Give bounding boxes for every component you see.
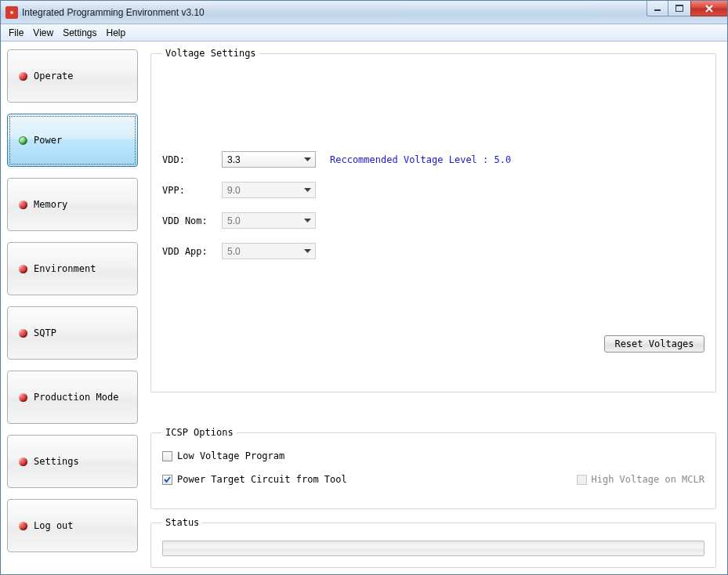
main-panel: Voltage Settings VDD: 3.3 Reccommended V… xyxy=(144,42,727,574)
bullet-red-icon xyxy=(19,457,27,466)
menubar: File View Settings Help xyxy=(1,24,727,42)
voltage-settings-legend: Voltage Settings xyxy=(162,48,259,59)
sidebar: Operate Power Memory Environment SQTP Pr… xyxy=(1,42,144,574)
bullet-red-icon xyxy=(19,201,27,209)
sidebar-item-environment[interactable]: Environment xyxy=(7,242,138,295)
sidebar-item-production-mode[interactable]: Production Mode xyxy=(7,371,138,424)
reset-voltages-button[interactable]: Reset Voltages xyxy=(604,335,704,353)
low-voltage-program-label: Low Voltage Program xyxy=(177,450,284,461)
icsp-options-legend: ICSP Options xyxy=(162,427,237,438)
sidebar-item-label: Operate xyxy=(34,71,74,81)
svg-rect-0 xyxy=(654,9,661,11)
sidebar-item-label: Environment xyxy=(34,263,96,274)
chevron-down-icon xyxy=(302,153,313,166)
sidebar-item-operate[interactable]: Operate xyxy=(7,49,138,103)
bullet-red-icon xyxy=(19,329,27,338)
high-voltage-mclr-checkbox xyxy=(577,475,587,485)
sidebar-item-memory[interactable]: Memory xyxy=(7,178,138,231)
menu-settings[interactable]: Settings xyxy=(58,26,101,40)
chevron-down-icon xyxy=(302,244,313,258)
svg-rect-2 xyxy=(675,5,683,6)
status-legend: Status xyxy=(162,517,202,528)
high-voltage-mclr-label: High Voltage on MCLR xyxy=(592,474,705,485)
vpp-value: 9.0 xyxy=(227,185,241,196)
window-buttons xyxy=(647,1,727,16)
sidebar-item-label: Power xyxy=(34,135,62,146)
icsp-options-group: ICSP Options Low Voltage Program Power T… xyxy=(150,427,716,509)
bullet-red-icon xyxy=(19,72,27,81)
vdd-app-select[interactable]: 5.0 xyxy=(222,243,316,259)
vpp-select[interactable]: 9.0 xyxy=(222,182,316,198)
close-button[interactable] xyxy=(690,1,728,16)
vdd-nom-label: VDD Nom: xyxy=(162,215,222,226)
power-target-circuit-label: Power Target Circuit from Tool xyxy=(177,474,347,485)
titlebar: ✶ Integrated Programming Environment v3.… xyxy=(1,1,727,24)
sidebar-item-label: Settings xyxy=(34,456,79,467)
sidebar-item-label: SQTP xyxy=(34,327,56,338)
vdd-select[interactable]: 3.3 xyxy=(222,151,316,168)
low-voltage-program-checkbox[interactable] xyxy=(162,451,172,461)
minimize-button[interactable] xyxy=(647,1,668,16)
chevron-down-icon xyxy=(302,183,313,197)
vpp-label: VPP: xyxy=(162,185,222,196)
bullet-red-icon xyxy=(19,522,27,530)
sidebar-item-label: Log out xyxy=(34,520,74,531)
sidebar-item-sqtp[interactable]: SQTP xyxy=(7,306,138,360)
menu-view[interactable]: View xyxy=(28,26,58,40)
vdd-app-label: VDD App: xyxy=(162,246,222,257)
menu-file[interactable]: File xyxy=(4,26,28,40)
sidebar-item-settings[interactable]: Settings xyxy=(7,435,138,488)
app-icon: ✶ xyxy=(5,6,18,19)
sidebar-item-label: Memory xyxy=(34,199,67,210)
vdd-recommended-text: Reccommended Voltage Level : 5.0 xyxy=(330,154,511,165)
status-group: Status xyxy=(150,517,716,568)
sidebar-item-power[interactable]: Power xyxy=(7,114,138,167)
window-title: Integrated Programming Environment v3.10 xyxy=(22,7,205,18)
vdd-value: 3.3 xyxy=(227,154,241,165)
vdd-app-value: 5.0 xyxy=(227,246,241,257)
voltage-settings-group: Voltage Settings VDD: 3.3 Reccommended V… xyxy=(150,48,716,392)
vdd-nom-select[interactable]: 5.0 xyxy=(222,212,316,229)
sidebar-item-logout[interactable]: Log out xyxy=(7,499,138,552)
vdd-label: VDD: xyxy=(162,154,222,165)
maximize-button[interactable] xyxy=(668,1,691,16)
bullet-green-icon xyxy=(19,136,27,145)
menu-help[interactable]: Help xyxy=(102,26,131,40)
sidebar-item-label: Production Mode xyxy=(34,392,118,403)
bullet-red-icon xyxy=(19,393,27,402)
power-target-circuit-checkbox[interactable] xyxy=(162,475,172,485)
chevron-down-icon xyxy=(302,214,313,227)
status-progressbar xyxy=(162,541,704,556)
vdd-nom-value: 5.0 xyxy=(227,215,241,226)
bullet-red-icon xyxy=(19,265,27,273)
